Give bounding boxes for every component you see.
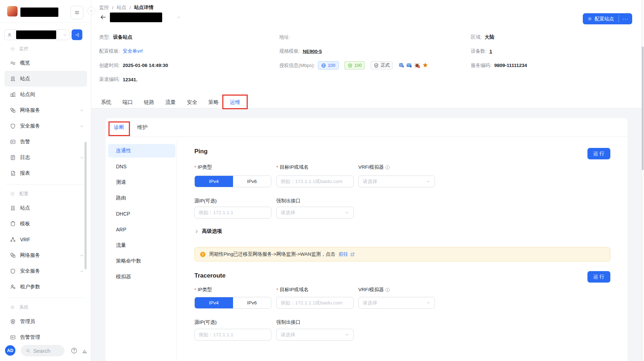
sidebar: 监控 概览 站点 站点间 网络服务 安全服务 <box>0 0 91 361</box>
alarm-icon <box>10 139 16 145</box>
sidebar-item-security-services[interactable]: 安全服务 <box>4 118 87 134</box>
info-type: 类型: 设备站点 <box>99 30 271 44</box>
subtab-maintenance[interactable]: 维护 <box>137 124 147 131</box>
traceroute-vrf-select[interactable]: 请选择 <box>358 297 435 309</box>
info-icon[interactable] <box>385 165 390 170</box>
tab-traffic[interactable]: 流量 <box>165 99 176 106</box>
diag-item-arp[interactable]: ARP <box>108 223 175 236</box>
chevron-down-icon <box>79 108 84 113</box>
user-avatar[interactable] <box>7 6 18 16</box>
ping-vrf-select[interactable]: 请选择 <box>358 175 435 187</box>
traceroute-source-label: 源IP(可选) <box>194 319 217 326</box>
ping-target-label: *目标IP或域名 <box>276 164 309 170</box>
traceroute-ipv4-option[interactable]: IPv4 <box>195 297 233 308</box>
ping-ipv6-option[interactable]: IPv6 <box>233 176 271 187</box>
stats-icon[interactable] <box>82 348 88 354</box>
chevron-right-icon <box>194 229 199 234</box>
external-link-icon[interactable] <box>350 252 355 257</box>
tab-policy[interactable]: 策略 <box>208 99 219 106</box>
site-detail-page: 监控 概览 站点 站点间 网络服务 安全服务 <box>0 0 644 361</box>
sidebar-item-logs[interactable]: 日志 <box>4 150 87 165</box>
info-icon[interactable] <box>385 288 390 292</box>
sidebar-item-config-network-services[interactable]: 网络服务 <box>4 247 87 263</box>
org-select[interactable] <box>4 29 70 40</box>
traceroute-ip-type-segmented: IPv4 IPv6 <box>194 297 271 309</box>
diag-item-dns[interactable]: DNS <box>108 160 175 173</box>
alarm-icon <box>10 334 16 340</box>
spec-template-link[interactable]: NE900-5 <box>303 49 322 54</box>
chevron-down-icon <box>426 300 431 305</box>
traceroute-ipv6-option[interactable]: IPv6 <box>233 297 271 308</box>
sidebar-item-sites[interactable]: 站点 <box>4 71 87 87</box>
ping-ipv4-option[interactable]: IPv4 <box>195 176 233 187</box>
site-dropdown-chevron-icon[interactable] <box>176 15 181 20</box>
more-actions-button[interactable]: ··· <box>619 13 632 24</box>
sidebar-item-reports[interactable]: 报表 <box>4 165 87 181</box>
search-input[interactable]: Search <box>21 345 64 356</box>
tab-links[interactable]: 链路 <box>144 99 154 106</box>
diag-item-traffic[interactable]: 流量 <box>108 239 175 252</box>
sidebar-item-overview[interactable]: 概览 <box>4 55 87 71</box>
sidebar-item-tenant-params[interactable]: 租户参数 <box>4 279 87 295</box>
network-icon <box>10 252 16 258</box>
back-arrow-icon[interactable] <box>100 14 106 20</box>
traceroute-source-input[interactable] <box>194 329 271 341</box>
diag-item-speedtest[interactable]: 测速 <box>108 175 175 189</box>
vrf-icon <box>10 237 16 242</box>
switch-org-button[interactable] <box>72 29 82 40</box>
breadcrumb-monitor[interactable]: 监控 <box>99 4 109 11</box>
site-name-redacted <box>110 13 162 22</box>
tab-operations[interactable]: 运维 <box>230 99 240 106</box>
traceroute-title: Traceroute <box>194 272 226 279</box>
diag-item-dhcp[interactable]: DHCP <box>108 207 175 221</box>
traceroute-vrf-label: VRF/模拟器 <box>358 287 390 293</box>
sidebar-item-config-sites[interactable]: 站点 <box>4 200 87 216</box>
diag-item-policy-hits[interactable]: 策略命中数 <box>108 254 175 268</box>
traceroute-run-button[interactable]: 运 行 <box>587 271 610 283</box>
tab-security[interactable]: 安全 <box>187 99 197 106</box>
ping-source-input[interactable] <box>194 207 271 218</box>
info-config-template: 配置模板: 安全单vrf <box>99 44 271 59</box>
ping-interface-select[interactable]: 请选择 <box>276 207 354 218</box>
info-create-time: 创建时间: 2025-01-06 14:49:30 <box>99 58 271 73</box>
traceroute-target-input[interactable] <box>276 297 354 309</box>
notice-go-link[interactable]: 前往 <box>339 251 348 257</box>
sidebar-section-monitor: 监控 <box>4 42 87 55</box>
sidebar-collapse-button[interactable] <box>87 7 95 15</box>
sidebar-item-alerts[interactable]: 告警 <box>4 134 87 150</box>
workspace-name-redacted <box>20 8 58 17</box>
tab-system[interactable]: 系统 <box>101 99 111 106</box>
chevron-down-icon <box>79 253 84 258</box>
sidebar-item-templates[interactable]: 模板 <box>4 216 87 232</box>
sidebar-item-inter-site[interactable]: 站点间 <box>4 87 87 102</box>
sidebar-scrollbar[interactable] <box>84 142 87 269</box>
diag-item-route[interactable]: 路由 <box>108 191 175 205</box>
chevron-left-icon <box>89 9 94 13</box>
subtab-diagnosis[interactable]: 诊断 <box>114 124 124 131</box>
hub-icon <box>348 63 353 68</box>
collapse-menu-button[interactable] <box>71 6 83 19</box>
license-badge-status: 正式 <box>371 61 393 69</box>
sidebar-item-alert-management[interactable]: 告警管理 <box>4 329 87 345</box>
configure-site-button[interactable]: 配置站点 <box>583 13 619 24</box>
chevron-down-icon <box>63 33 67 37</box>
info-address: 地址: <box>279 30 451 44</box>
sidebar-item-admins[interactable]: 管理员 <box>4 314 87 329</box>
config-template-link[interactable]: 安全单vrf <box>123 48 143 54</box>
ping-advanced-toggle[interactable]: 高级选项 <box>194 228 222 235</box>
ping-target-input[interactable] <box>276 175 354 187</box>
breadcrumb-sites[interactable]: 站点 <box>117 4 126 11</box>
diag-item-simulator[interactable]: 模拟器 <box>108 270 175 284</box>
help-icon[interactable] <box>71 347 77 354</box>
sidebar-item-vrf[interactable]: VRF <box>4 232 87 247</box>
diag-item-connectivity[interactable]: 连通性 <box>108 144 175 158</box>
page-scrollbar-thumb[interactable] <box>642 47 644 170</box>
ping-run-button[interactable]: 运 行 <box>587 148 610 159</box>
account-avatar[interactable]: AD <box>5 345 15 356</box>
sidebar-item-network-services[interactable]: 网络服务 <box>4 102 87 118</box>
traceroute-interface-select[interactable]: 请选择 <box>276 329 354 341</box>
sidebar-item-config-security-services[interactable]: 安全服务 <box>4 263 87 279</box>
device-count-link[interactable]: 1 <box>489 49 492 54</box>
network-icon <box>10 107 16 113</box>
tab-ports[interactable]: 端口 <box>122 99 133 106</box>
